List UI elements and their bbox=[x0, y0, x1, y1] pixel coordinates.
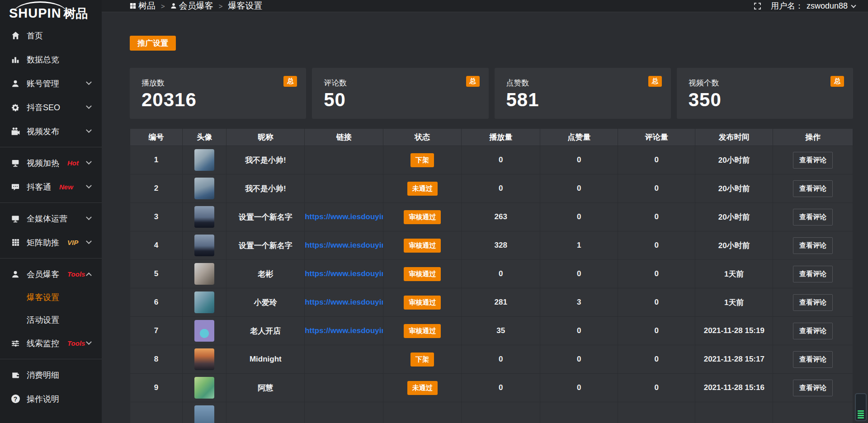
video-link[interactable]: https://www.iesdouyin.c bbox=[305, 269, 383, 278]
table-row: 1 我不是小帅! 下架 0 0 0 20小时前 查看评论 bbox=[130, 146, 853, 174]
stat-value: 350 bbox=[689, 89, 853, 111]
likes-count: 3 bbox=[540, 288, 618, 317]
floating-widget[interactable] bbox=[855, 393, 867, 421]
publish-time: 2021-11-28 15:19 bbox=[695, 317, 773, 345]
table-row: 2 我不是小帅! 未通过 0 0 0 20小时前 查看评论 bbox=[130, 174, 853, 203]
table-row: 6 小爱玲 https://www.iesdouyin.c 审核通过 281 3… bbox=[130, 288, 853, 317]
sidebar-divider bbox=[0, 258, 102, 258]
likes-count: 0 bbox=[540, 345, 618, 374]
hot-tag: Hot bbox=[67, 159, 79, 167]
likes-count: 0 bbox=[540, 260, 618, 288]
avatar bbox=[194, 149, 214, 171]
breadcrumb-item-member-baoke[interactable]: 会员爆客 bbox=[170, 0, 213, 12]
home-icon bbox=[11, 31, 20, 40]
view-comments-button[interactable]: 查看评论 bbox=[793, 294, 833, 311]
video-link[interactable]: https://www.iesdouyin.c bbox=[305, 298, 383, 306]
sidebar-item-data-overview[interactable]: 数据总览 bbox=[0, 47, 102, 71]
sidebar-item-home[interactable]: 首页 bbox=[0, 24, 102, 47]
view-comments-button[interactable]: 查看评论 bbox=[793, 180, 833, 197]
total-badge: 总 bbox=[283, 76, 297, 87]
table-row: 8 Midnight 下架 0 0 0 2021-11-28 15:17 查看评… bbox=[130, 345, 853, 374]
sidebar-item-instructions[interactable]: 操作说明 bbox=[0, 387, 102, 411]
publish-time: 1天前 bbox=[695, 288, 773, 317]
widget-bar bbox=[858, 413, 864, 414]
sidebar-item-matrix-boost[interactable]: 矩阵助推 VIP bbox=[0, 230, 102, 254]
fullscreen-icon[interactable] bbox=[753, 2, 762, 10]
status-badge: 下架 bbox=[410, 153, 434, 167]
stat-card: 总 视频个数 350 bbox=[677, 68, 853, 119]
table-row: 4 设置一个新名字 https://www.iesdouyin.c 审核通过 3… bbox=[130, 231, 853, 260]
promo-settings-button[interactable]: 推广设置 bbox=[130, 36, 176, 51]
wallet-icon bbox=[11, 371, 20, 380]
sidebar-item-account-management[interactable]: 账号管理 bbox=[0, 71, 102, 95]
chevron-down-icon bbox=[86, 339, 92, 345]
status-badge: 审核通过 bbox=[404, 267, 441, 281]
publish-time: 2021-11-28 15:17 bbox=[695, 345, 773, 374]
avatar bbox=[194, 348, 214, 370]
video-link[interactable]: https://www.iesdouyin.c bbox=[305, 212, 383, 221]
sidebar-item-label: 操作说明 bbox=[27, 394, 59, 404]
view-comments-button[interactable]: 查看评论 bbox=[793, 380, 833, 396]
sidebar-item-all-media[interactable]: 全媒体运营 bbox=[0, 207, 102, 230]
plays-count: 0 bbox=[462, 260, 540, 288]
topbar: 树品 > 会员爆客 > 爆客设置 用户名：zswodun88 bbox=[102, 0, 868, 12]
sidebar-item-video-publish[interactable]: 视频发布 bbox=[0, 119, 102, 143]
view-comments-button[interactable]: 查看评论 bbox=[793, 351, 833, 368]
stat-value: 50 bbox=[324, 89, 488, 111]
video-link[interactable]: https://www.iesdouyin.c bbox=[305, 241, 383, 249]
avatar bbox=[194, 235, 214, 256]
sidebar-item-doketong[interactable]: 抖客通 New bbox=[0, 175, 102, 199]
row-number: 2 bbox=[130, 174, 183, 203]
col-actions: 操作 bbox=[773, 129, 853, 146]
sidebar-item-label: 首页 bbox=[27, 30, 43, 41]
user-icon bbox=[11, 270, 20, 279]
status-badge: 未通过 bbox=[407, 381, 438, 395]
video-camera-icon bbox=[11, 127, 20, 136]
sidebar-item-video-heat[interactable]: 视频加热 Hot bbox=[0, 151, 102, 175]
stat-label: 评论数 bbox=[324, 78, 488, 88]
breadcrumb-item-shupin[interactable]: 树品 bbox=[130, 0, 156, 12]
plays-count: 0 bbox=[462, 174, 540, 203]
sidebar-item-douyin-seo[interactable]: 抖音SEO bbox=[0, 95, 102, 119]
sidebar-item-lead-monitor[interactable]: 线索监控 Tools bbox=[0, 331, 102, 355]
plays-count bbox=[462, 402, 540, 423]
likes-count: 0 bbox=[540, 146, 618, 174]
status-badge: 审核通过 bbox=[404, 324, 441, 338]
avatar bbox=[194, 320, 214, 342]
sidebar-subitem-baoke-settings[interactable]: 爆客设置 bbox=[0, 286, 102, 309]
breadcrumb-separator: > bbox=[161, 2, 165, 10]
avatar bbox=[194, 263, 214, 285]
nickname: 小爱玲 bbox=[226, 288, 305, 317]
sidebar-item-label: 全媒体运营 bbox=[27, 213, 67, 224]
user-menu[interactable]: 用户名：zswodun88 bbox=[771, 0, 855, 11]
publish-time bbox=[695, 402, 773, 423]
screen-icon bbox=[11, 159, 20, 168]
col-publish-time: 发布时间 bbox=[695, 129, 773, 146]
sidebar-subitem-activity-settings[interactable]: 活动设置 bbox=[0, 309, 102, 331]
topbar-right: 用户名：zswodun88 bbox=[753, 0, 855, 11]
likes-count: 1 bbox=[540, 231, 618, 260]
col-plays: 播放量 bbox=[462, 129, 540, 146]
view-comments-button[interactable]: 查看评论 bbox=[793, 323, 833, 339]
username: zswodun88 bbox=[807, 1, 848, 11]
chevron-down-icon bbox=[86, 183, 92, 188]
main-content: 推广设置 总 播放数 20316 总 评论数 50 总 点赞数 581 bbox=[102, 12, 868, 423]
video-link[interactable]: https://www.iesdouyin.c bbox=[305, 326, 383, 335]
logo: SHUPIN树品 bbox=[0, 0, 102, 22]
avatar bbox=[194, 178, 214, 199]
col-status: 状态 bbox=[383, 129, 462, 146]
nickname: Midnight bbox=[226, 345, 305, 374]
comments-count: 0 bbox=[618, 174, 695, 203]
sidebar-item-member-baoke[interactable]: 会员爆客 Tools bbox=[0, 262, 102, 286]
nickname: 我不是小帅! bbox=[226, 146, 305, 174]
plays-count: 328 bbox=[462, 231, 540, 260]
view-comments-button[interactable]: 查看评论 bbox=[793, 152, 833, 169]
chevron-down-icon bbox=[86, 159, 92, 164]
widget-bar bbox=[858, 410, 864, 412]
row-number: 7 bbox=[130, 317, 183, 345]
view-comments-button[interactable]: 查看评论 bbox=[793, 237, 833, 254]
view-comments-button[interactable]: 查看评论 bbox=[793, 266, 833, 282]
col-likes: 点赞量 bbox=[540, 129, 618, 146]
view-comments-button[interactable]: 查看评论 bbox=[793, 209, 833, 226]
sidebar-item-spending-details[interactable]: 消费明细 bbox=[0, 363, 102, 387]
